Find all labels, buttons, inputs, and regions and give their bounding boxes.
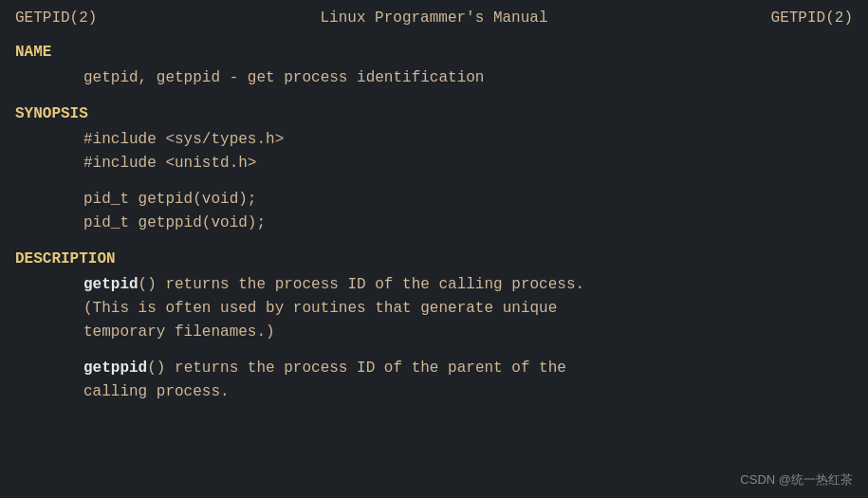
description-label: DESCRIPTION [15,250,853,267]
synopsis-section: SYNOPSIS #include <sys/types.h> #include… [15,105,853,235]
description-line5: calling process. [15,380,853,404]
header-right: GETPID(2) [771,9,853,27]
synopsis-proto2: pid_t getppid(void); [15,212,853,235]
description-line2: (This is often used by routines that gen… [15,297,853,321]
synopsis-label: SYNOPSIS [15,105,853,122]
man-page-header: GETPID(2) Linux Programmer's Manual GETP… [15,9,853,27]
name-section: NAME getpid, getppid - get process ident… [15,44,853,90]
description-line4-rest: () returns the process ID of the parent … [147,360,566,377]
getpid-bold: getpid [83,276,139,293]
watermark: CSDN @统一热红茶 [740,471,853,489]
description-line1: getpid() returns the process ID of the c… [15,273,853,297]
getppid-bold: getppid [83,360,147,377]
description-section: DESCRIPTION getpid() returns the process… [15,250,853,404]
name-content: getpid, getppid - get process identifica… [15,66,853,90]
synopsis-include2: #include <unistd.h> [15,152,853,175]
synopsis-include1: #include <sys/types.h> [15,128,853,152]
header-left: GETPID(2) [15,9,97,27]
name-label: NAME [15,44,853,61]
description-line4: getppid() returns the process ID of the … [15,357,853,380]
description-line1-rest: () returns the process ID of the calling… [139,276,584,293]
synopsis-proto1: pid_t getpid(void); [15,188,853,212]
description-line3: temporary filenames.) [15,321,853,344]
header-center: Linux Programmer's Manual [320,9,547,27]
